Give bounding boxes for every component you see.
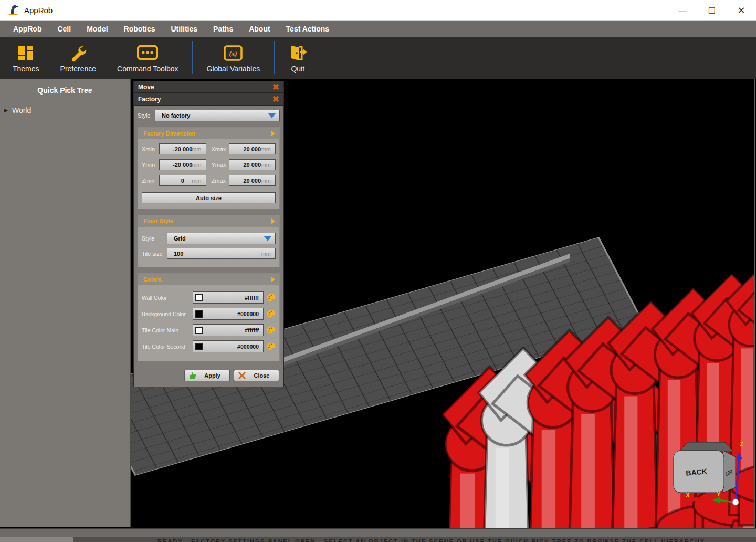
factory-dimension-header[interactable]: Factory Dimension xyxy=(138,128,279,139)
move-close-icon[interactable]: ✖ xyxy=(272,83,279,91)
wall-color-row: Wall Color #ffffff xyxy=(142,291,276,304)
factory-style-label: Style xyxy=(138,112,155,119)
tile-color-second-field[interactable]: #000000 xyxy=(193,340,264,352)
themes-grid-icon xyxy=(17,43,35,64)
wall-color-field[interactable]: #ffffff xyxy=(193,291,264,304)
expand-arrow-icon[interactable] xyxy=(271,276,275,283)
xmin-input[interactable]: -20 000 mm xyxy=(159,143,206,154)
wall-color-hex: #ffffff xyxy=(245,295,259,301)
statusbar-clipped-text: READY - FACTORY SETTINGS PANEL OPEN - SE… xyxy=(158,538,705,542)
expand-arrow-icon[interactable] xyxy=(271,130,275,137)
zmax-label: Zmax xyxy=(212,178,229,184)
background-color-field[interactable]: #000000 xyxy=(193,308,264,320)
title-bar: AppRob — ☐ ✕ xyxy=(0,0,756,21)
menu-paths[interactable]: Paths xyxy=(205,21,241,37)
app-logo-icon xyxy=(6,4,20,17)
ymax-input[interactable]: 20 000 mm xyxy=(229,159,276,170)
factory-style-row: Style No factory xyxy=(138,110,280,121)
floor-style-value: Grid xyxy=(174,235,186,242)
menu-cell[interactable]: Cell xyxy=(49,21,79,37)
menu-test-actions[interactable]: Test Actions xyxy=(278,21,337,37)
ymin-row: Ymin -20 000 mm xyxy=(142,159,206,170)
ymax-unit: mm xyxy=(261,162,271,168)
zmax-input[interactable]: 20 000 mm xyxy=(229,175,276,186)
sidebar-title: Quick Pick Tree xyxy=(0,86,130,95)
tile-color-main-hex: #ffffff xyxy=(245,327,259,333)
axis-z-label: Z xyxy=(740,441,743,448)
palette-icon[interactable] xyxy=(267,294,276,301)
factory-close-icon[interactable]: ✖ xyxy=(272,95,279,103)
menu-robotics[interactable]: Robotics xyxy=(116,21,163,37)
tree-item-world[interactable]: ▶ World xyxy=(4,106,130,114)
tile-color-main-label: Tile Color Main xyxy=(142,327,193,333)
colors-title: Colors xyxy=(143,276,271,283)
quit-door-icon xyxy=(288,43,307,64)
ymin-unit: mm xyxy=(192,162,201,168)
colors-group: Colors Wall Color #ffffff xyxy=(138,273,280,361)
tile-size-label: Tile size xyxy=(142,251,167,257)
toolbar: Themes Preference Command Toolbox (x) xyxy=(0,37,756,79)
preference-label: Preference xyxy=(60,65,96,73)
global-variables-label: Global Variables xyxy=(207,65,260,73)
close-panel-button[interactable]: Close xyxy=(234,370,279,381)
zmax-row: Zmax 20 000 mm xyxy=(212,175,276,186)
toolbar-separator xyxy=(192,41,193,74)
close-button[interactable]: ✕ xyxy=(727,0,756,21)
floor-style-label: Style xyxy=(142,235,167,242)
tile-size-input[interactable]: 100 mm xyxy=(167,248,276,259)
tile-color-second-swatch xyxy=(195,343,203,350)
colors-header[interactable]: Colors xyxy=(138,274,279,285)
apply-button[interactable]: Apply xyxy=(184,370,230,381)
tree-item-label: World xyxy=(12,106,31,114)
floor-style-row: Style Grid xyxy=(142,233,276,244)
global-variables-button[interactable]: (x) Global Variables xyxy=(196,37,271,79)
zmin-unit: mm xyxy=(192,178,201,184)
floor-style-header[interactable]: Floor Style xyxy=(138,215,279,227)
quit-button[interactable]: Quit xyxy=(278,37,318,79)
wrench-icon xyxy=(69,43,87,64)
global-variables-icon: (x) xyxy=(223,43,243,64)
minimize-button[interactable]: — xyxy=(668,0,697,21)
palette-icon[interactable] xyxy=(267,342,276,350)
ymax-row: Ymax 20 000 mm xyxy=(212,159,276,170)
themes-button[interactable]: Themes xyxy=(2,37,50,79)
command-toolbox-button[interactable]: Command Toolbox xyxy=(107,37,188,79)
background-color-row: Background Color #000000 xyxy=(142,308,276,320)
tile-size-value: 100 xyxy=(174,251,275,257)
palette-icon[interactable] xyxy=(267,310,276,318)
tile-size-unit: mm xyxy=(261,251,271,257)
tile-color-main-field[interactable]: #ffffff xyxy=(193,324,264,336)
expand-arrow-icon[interactable] xyxy=(271,218,275,224)
xmin-row: Xmin -20 000 mm xyxy=(142,143,206,154)
quick-pick-tree-sidebar: Quick Pick Tree ▶ World xyxy=(0,79,131,527)
factory-panel-title: Factory xyxy=(138,96,272,103)
factory-panel-header[interactable]: Factory ✖ xyxy=(134,93,284,106)
move-panel-header[interactable]: Move ✖ xyxy=(134,81,284,93)
preference-button[interactable]: Preference xyxy=(50,37,107,79)
window-controls: — ☐ ✕ xyxy=(668,0,756,21)
xmax-input[interactable]: 20 000 mm xyxy=(229,143,276,154)
status-bar: READY - FACTORY SETTINGS PANEL OPEN - SE… xyxy=(0,528,756,542)
svg-text:(x): (x) xyxy=(229,49,237,57)
palette-icon[interactable] xyxy=(267,326,276,334)
factory-panel: Move ✖ Factory ✖ Style No factory Factor… xyxy=(134,81,284,387)
status-strip: READY - FACTORY SETTINGS PANEL OPEN - SE… xyxy=(0,537,756,542)
axis-x-label: X xyxy=(686,492,690,499)
window-title: AppRob xyxy=(24,6,52,15)
chevron-down-icon xyxy=(268,113,276,118)
zmin-input[interactable]: 0 mm xyxy=(159,175,206,186)
factory-panel-body: Style No factory Factory Dimension Xmin xyxy=(134,106,284,387)
ymin-input[interactable]: -20 000 mm xyxy=(159,159,206,170)
xmax-row: Xmax 20 000 mm xyxy=(212,143,276,154)
factory-style-dropdown[interactable]: No factory xyxy=(155,110,280,121)
maximize-button[interactable]: ☐ xyxy=(697,0,727,21)
auto-size-button[interactable]: Auto size xyxy=(142,192,276,203)
ymin-label: Ymin xyxy=(142,162,159,168)
menu-model[interactable]: Model xyxy=(79,21,116,37)
tile-color-second-label: Tile Color Second xyxy=(142,343,193,350)
menu-about[interactable]: About xyxy=(241,21,278,37)
menu-approb[interactable]: AppRob xyxy=(5,21,49,37)
menu-utilities[interactable]: Utilities xyxy=(163,21,205,37)
tree-collapsed-arrow-icon[interactable]: ▶ xyxy=(4,108,8,113)
floor-style-dropdown[interactable]: Grid xyxy=(167,233,276,244)
